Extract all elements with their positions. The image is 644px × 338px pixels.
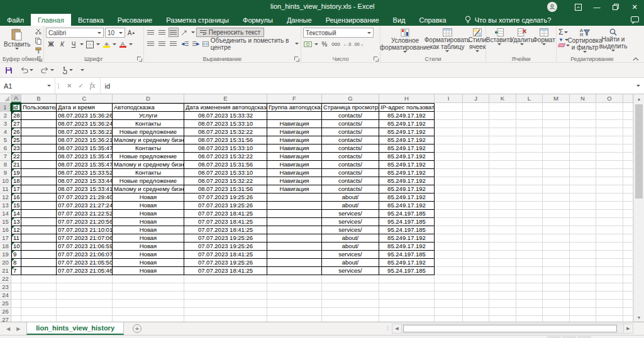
cell-F15[interactable] bbox=[267, 218, 322, 226]
cell-M15[interactable] bbox=[543, 218, 570, 226]
cell-E22[interactable] bbox=[184, 275, 267, 283]
cell-F25[interactable] bbox=[267, 300, 322, 308]
cell-H2[interactable]: 85.249.17.192 bbox=[379, 112, 435, 120]
cell-H20[interactable]: 85.249.17.192 bbox=[379, 259, 435, 267]
row-header-13[interactable]: 13 bbox=[0, 202, 11, 210]
cell-B24[interactable] bbox=[21, 292, 57, 300]
cell-O13[interactable] bbox=[596, 202, 623, 210]
cell-M27[interactable] bbox=[543, 316, 570, 322]
scroll-right-arrow[interactable]: ▶ bbox=[623, 324, 633, 334]
cell-D17[interactable]: Новая bbox=[113, 234, 184, 243]
cell-B19[interactable] bbox=[21, 251, 57, 259]
cell-P12[interactable] bbox=[623, 194, 633, 202]
cell-G2[interactable]: contacts/ bbox=[322, 112, 379, 120]
cell-M24[interactable] bbox=[543, 292, 570, 300]
cell-L25[interactable] bbox=[516, 300, 543, 308]
cell-P11[interactable] bbox=[623, 185, 633, 194]
cell-I22[interactable] bbox=[435, 275, 463, 283]
decrease-decimal-button[interactable]: .00→ bbox=[353, 40, 364, 49]
cell-C24[interactable] bbox=[57, 292, 113, 300]
sheet-nav-next-icon[interactable]: ▶ bbox=[16, 326, 20, 332]
cell-N6[interactable] bbox=[570, 144, 596, 153]
cell-M22[interactable] bbox=[543, 275, 570, 283]
cell-K3[interactable] bbox=[489, 120, 516, 128]
cell-A26[interactable] bbox=[11, 308, 21, 316]
cell-E6[interactable]: 08.07.2023 15:33:10 bbox=[184, 144, 267, 153]
cell-D15[interactable]: Новая bbox=[113, 218, 184, 226]
cell-J17[interactable] bbox=[463, 234, 489, 243]
cell-J13[interactable] bbox=[463, 202, 489, 210]
cell-J10[interactable] bbox=[463, 177, 489, 185]
cell-G9[interactable]: contacts/ bbox=[322, 169, 379, 177]
cell-C22[interactable] bbox=[57, 275, 113, 283]
cell-E10[interactable]: 08.07.2023 15:32:22 bbox=[184, 177, 267, 185]
cell-P6[interactable] bbox=[623, 144, 633, 153]
column-header-O[interactable]: O bbox=[596, 94, 623, 103]
cell-D16[interactable]: Новая bbox=[113, 226, 184, 234]
cell-B1[interactable]: Пользователь bbox=[21, 103, 57, 112]
cell-F19[interactable] bbox=[267, 251, 322, 259]
cell-K20[interactable] bbox=[489, 259, 516, 267]
fill-color-button[interactable] bbox=[101, 40, 111, 49]
cell-J11[interactable] bbox=[463, 185, 489, 194]
cell-M6[interactable] bbox=[543, 144, 570, 153]
cell-P7[interactable] bbox=[623, 153, 633, 161]
cell-K25[interactable] bbox=[489, 300, 516, 308]
cell-K12[interactable] bbox=[489, 194, 516, 202]
cell-L20[interactable] bbox=[516, 259, 543, 267]
sheet-tab-active[interactable]: lion_hints_view_history bbox=[26, 322, 124, 335]
cell-N2[interactable] bbox=[570, 112, 596, 120]
tab-insert[interactable]: Вставка bbox=[71, 14, 111, 26]
cell-G21[interactable]: services/ bbox=[322, 267, 379, 275]
cell-K22[interactable] bbox=[489, 275, 516, 283]
cell-K10[interactable] bbox=[489, 177, 516, 185]
paste-button[interactable]: Вставить bbox=[2, 28, 32, 55]
cell-H24[interactable] bbox=[379, 292, 435, 300]
cell-O18[interactable] bbox=[596, 243, 623, 251]
cell-K9[interactable] bbox=[489, 169, 516, 177]
tab-home[interactable]: Главная bbox=[31, 14, 71, 26]
cell-D2[interactable]: Услуги bbox=[113, 112, 184, 120]
cell-J14[interactable] bbox=[463, 210, 489, 218]
column-header-G[interactable]: G bbox=[322, 94, 379, 103]
cell-E4[interactable]: 08.07.2023 15:32:22 bbox=[184, 128, 267, 136]
cell-H12[interactable]: 85.249.17.192 bbox=[379, 194, 435, 202]
cell-P26[interactable] bbox=[623, 308, 633, 316]
cell-L3[interactable] bbox=[516, 120, 543, 128]
cell-C17[interactable]: 07.07.2023 21:07:06 bbox=[57, 234, 113, 243]
horizontal-scroll-track[interactable] bbox=[402, 324, 623, 334]
cell-J1[interactable] bbox=[463, 103, 489, 112]
cell-A11[interactable]: 17 bbox=[11, 185, 21, 194]
cell-M2[interactable] bbox=[543, 112, 570, 120]
cell-O25[interactable] bbox=[596, 300, 623, 308]
cell-O24[interactable] bbox=[596, 292, 623, 300]
cell-L17[interactable] bbox=[516, 234, 543, 243]
cell-E11[interactable]: 08.07.2023 15:31:56 bbox=[184, 185, 267, 194]
cell-B10[interactable] bbox=[21, 177, 57, 185]
collapse-ribbon-button[interactable] bbox=[628, 56, 644, 62]
cell-G15[interactable]: services/ bbox=[322, 218, 379, 226]
cell-D9[interactable]: Контакты bbox=[113, 169, 184, 177]
cell-N24[interactable] bbox=[570, 292, 596, 300]
row-header-14[interactable]: 14 bbox=[0, 210, 11, 218]
cell-G14[interactable]: services/ bbox=[322, 210, 379, 218]
cell-D7[interactable]: Новые предложение bbox=[113, 153, 184, 161]
cell-E3[interactable]: 08.07.2023 15:33:10 bbox=[184, 120, 267, 128]
cell-O9[interactable] bbox=[596, 169, 623, 177]
cell-C26[interactable] bbox=[57, 308, 113, 316]
cell-N14[interactable] bbox=[570, 210, 596, 218]
cell-L24[interactable] bbox=[516, 292, 543, 300]
cell-H16[interactable]: 95.24.197.185 bbox=[379, 226, 435, 234]
cell-L22[interactable] bbox=[516, 275, 543, 283]
conditional-formatting-button[interactable]: Условное форматирование bbox=[382, 28, 428, 55]
cell-K5[interactable] bbox=[489, 136, 516, 144]
cell-P8[interactable] bbox=[623, 161, 633, 169]
cell-M13[interactable] bbox=[543, 202, 570, 210]
cell-B25[interactable] bbox=[21, 300, 57, 308]
cell-D25[interactable] bbox=[113, 300, 184, 308]
cell-K24[interactable] bbox=[489, 292, 516, 300]
cut-button[interactable] bbox=[33, 28, 43, 35]
borders-dropdown[interactable] bbox=[96, 43, 100, 45]
cell-O27[interactable] bbox=[596, 316, 623, 322]
cell-N17[interactable] bbox=[570, 234, 596, 243]
